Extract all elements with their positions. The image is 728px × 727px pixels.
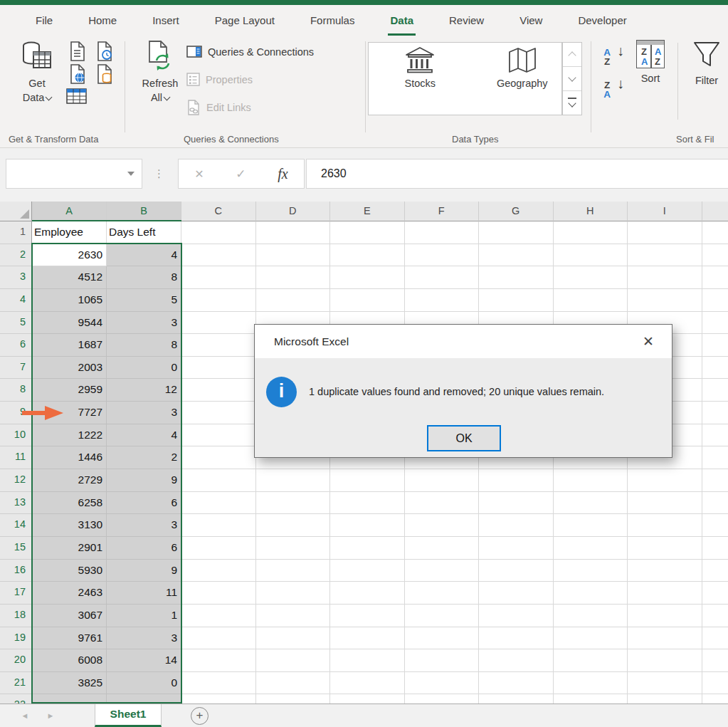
cell-G20[interactable] [479,649,554,672]
row-header-16[interactable]: 16 [0,560,32,582]
cell-H12[interactable] [554,469,628,492]
cell-E2[interactable] [330,244,405,267]
cell-C20[interactable] [181,649,256,672]
next-sheet-icon[interactable]: ► [44,704,57,727]
cell-E13[interactable] [330,492,405,515]
cell-J1[interactable] [702,221,728,244]
cell-I15[interactable] [628,537,702,560]
cell-H13[interactable] [554,492,628,515]
row-header-11[interactable]: 11 [0,446,32,469]
cell-I19[interactable] [628,627,702,650]
cell-G19[interactable] [479,627,554,650]
cell-F3[interactable] [405,266,480,289]
col-header-i[interactable]: I [628,202,702,221]
cell-A21[interactable]: 3825 [32,672,107,695]
dialog-title-bar[interactable]: Microsoft Excel ✕ [255,325,672,358]
cell-J7[interactable] [702,357,728,380]
cell-C14[interactable] [181,514,256,537]
cell-D12[interactable] [256,469,331,492]
row-header-7[interactable]: 7 [0,357,32,380]
cell-B9[interactable]: 3 [107,402,181,424]
cell-C12[interactable] [181,469,256,492]
cell-B3[interactable]: 8 [107,266,181,289]
cell-B13[interactable]: 6 [107,492,181,515]
cell-D20[interactable] [256,649,331,672]
cell-D17[interactable] [256,582,331,605]
cell-J11[interactable] [702,446,728,469]
new-sheet-button[interactable]: + [191,707,209,725]
cell-D18[interactable] [256,605,331,627]
cell-C21[interactable] [181,672,256,695]
col-header-h[interactable]: H [554,202,628,221]
cell-G14[interactable] [479,514,554,537]
cell-H17[interactable] [554,582,628,605]
row-header-6[interactable]: 6 [0,334,32,357]
cell-C2[interactable] [181,244,256,267]
cell-J2[interactable] [702,244,728,267]
cell-F20[interactable] [405,649,480,672]
cell-E19[interactable] [330,627,405,650]
cell-D16[interactable] [256,560,331,582]
cell-J12[interactable] [702,469,728,492]
cell-A18[interactable]: 3067 [32,605,107,627]
cell-G21[interactable] [479,672,554,695]
cell-J3[interactable] [702,266,728,289]
cell-C16[interactable] [181,560,256,582]
cell-C1[interactable] [181,221,256,244]
cell-G16[interactable] [479,560,554,582]
cell-A1[interactable]: Employee [32,221,107,244]
cell-I14[interactable] [628,514,702,537]
row-header-5[interactable]: 5 [0,312,32,335]
cell-D1[interactable] [256,221,331,244]
col-header-e[interactable]: E [330,202,405,221]
cell-B18[interactable]: 1 [107,605,181,627]
cell-D19[interactable] [256,627,331,650]
cell-H18[interactable] [554,605,628,627]
cell-H14[interactable] [554,514,628,537]
cell-B20[interactable]: 14 [107,649,181,672]
cell-G17[interactable] [479,582,554,605]
cell-H16[interactable] [554,560,628,582]
cell-C9[interactable] [181,402,256,424]
cell-D2[interactable] [256,244,331,267]
cell-A17[interactable]: 2463 [32,582,107,605]
cell-F2[interactable] [405,244,480,267]
cell-J15[interactable] [702,537,728,560]
cell-I13[interactable] [628,492,702,515]
cell-G4[interactable] [479,289,554,312]
cell-J9[interactable] [702,402,728,424]
cell-B11[interactable]: 2 [107,446,181,469]
cell-C7[interactable] [181,357,256,380]
row-header-17[interactable]: 17 [0,582,32,605]
cell-D4[interactable] [256,289,331,312]
cell-A6[interactable]: 1687 [32,334,107,357]
cell-J10[interactable] [702,424,728,447]
cell-H20[interactable] [554,649,628,672]
cell-B7[interactable]: 0 [107,357,181,380]
prev-sheet-icon[interactable]: ◄ [19,704,31,727]
col-header-partial[interactable] [702,202,728,221]
cell-B6[interactable]: 8 [107,334,181,357]
cell-D13[interactable] [256,492,331,515]
cell-H19[interactable] [554,627,628,650]
cell-J6[interactable] [702,334,728,357]
cell-B15[interactable]: 6 [107,537,181,560]
row-header-21[interactable]: 21 [0,672,32,695]
cell-C11[interactable] [181,446,256,469]
col-header-b[interactable]: B [107,202,181,221]
close-icon[interactable]: ✕ [638,325,659,358]
cell-I16[interactable] [628,560,702,582]
cell-B21[interactable]: 0 [107,672,181,695]
row-header-15[interactable]: 15 [0,537,32,560]
cell-E3[interactable] [330,266,405,289]
cell-D3[interactable] [256,266,331,289]
cell-A2[interactable]: 2630 [32,244,107,267]
cell-F12[interactable] [405,469,480,492]
cell-B1[interactable]: Days Left [107,221,181,244]
cell-A16[interactable]: 5930 [32,560,107,582]
cell-A15[interactable]: 2901 [32,537,107,560]
cell-A13[interactable]: 6258 [32,492,107,515]
cell-J20[interactable] [702,649,728,672]
cell-J21[interactable] [702,672,728,695]
cell-J4[interactable] [702,289,728,312]
